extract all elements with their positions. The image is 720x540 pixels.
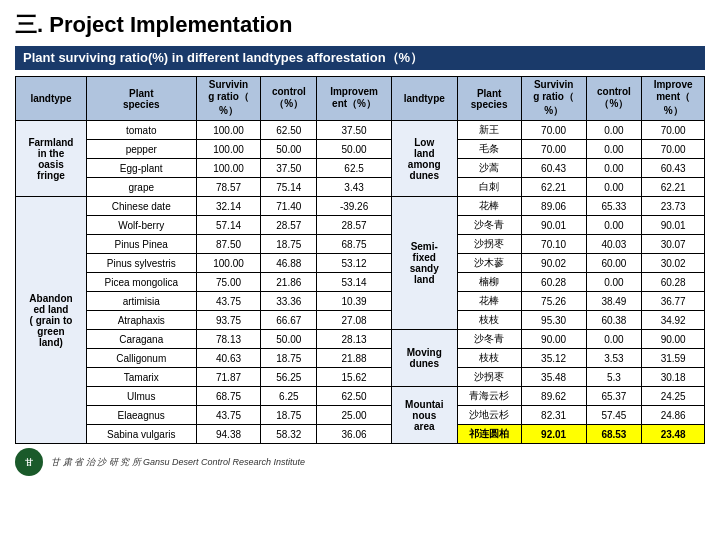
col-control-2: control（%） [586, 77, 642, 121]
landtype-semifixed: Semi-fixedsandyland [391, 197, 457, 330]
table-row: Abandoned land( grain togreenland) Chine… [16, 197, 705, 216]
col-plant-species-1: Plantspecies [86, 77, 196, 121]
subtitle: Plant surviving ratio(%) in different la… [15, 46, 705, 70]
page: 三. Project Implementation Plant survivin… [0, 0, 720, 486]
col-landtype-1: landtype [16, 77, 87, 121]
col-improve-2: Improvement（%） [642, 77, 705, 121]
table-row: Pinus Pinea 87.50 18.75 68.75 沙拐枣 70.10 … [16, 235, 705, 254]
table-row: Elaeagnus 43.75 18.75 25.00 沙地云杉 82.31 5… [16, 406, 705, 425]
col-survivin-2: Surviving ratio（%） [521, 77, 586, 121]
table-row: Calligonum 40.63 18.75 21.88 枝枝 35.12 3.… [16, 349, 705, 368]
col-improve-1: Improvement（%） [317, 77, 392, 121]
table-row: Ulmus 68.75 6.25 62.50 Mountainousarea 青… [16, 387, 705, 406]
table-row: Pinus sylvestris 100.00 46.88 53.12 沙木蓼 … [16, 254, 705, 273]
landtype-abandoned: Abandoned land( grain togreenland) [16, 197, 87, 444]
landtype-lowland: Lowlandamongdunes [391, 121, 457, 197]
landtype-moving-dunes: Movingdunes [391, 330, 457, 387]
page-title: 三. Project Implementation [15, 10, 705, 40]
table-row: Egg-plant 100.00 37.50 62.5 沙蒿 60.43 0.0… [16, 159, 705, 178]
table-row: Caragana 78.13 50.00 28.13 Movingdunes 沙… [16, 330, 705, 349]
table-row: Tamarix 71.87 56.25 15.62 沙拐枣 35.48 5.3 … [16, 368, 705, 387]
landtype-farmland: Farmlandin theoasisfringe [16, 121, 87, 197]
table-row: pepper 100.00 50.00 50.00 毛条 70.00 0.00 … [16, 140, 705, 159]
logo-area: 甘 甘 肃 省 治 沙 研 究 所 Gansu Desert Control R… [15, 448, 305, 476]
col-landtype-2: landtype [391, 77, 457, 121]
table-row: Atraphaxis 93.75 66.67 27.08 枝枝 95.30 60… [16, 311, 705, 330]
table-row: Picea mongolica 75.00 21.86 53.14 楠柳 60.… [16, 273, 705, 292]
landtype-mountainous: Mountainousarea [391, 387, 457, 444]
table-row: Farmlandin theoasisfringe tomato 100.00 … [16, 121, 705, 140]
table-row: grape 78.57 75.14 3.43 白刺 62.21 0.00 62.… [16, 178, 705, 197]
main-table: landtype Plantspecies Surviving ratio（%）… [15, 76, 705, 444]
table-row: Sabina vulgaris 94.38 58.32 36.06 祁连圆柏 9… [16, 425, 705, 444]
col-control-1: control（%） [261, 77, 317, 121]
footer: 甘 甘 肃 省 治 沙 研 究 所 Gansu Desert Control R… [15, 448, 705, 476]
table-row: Wolf-berry 57.14 28.57 28.57 沙冬青 90.01 0… [16, 216, 705, 235]
institute-logo: 甘 [15, 448, 43, 476]
table-row: artimisia 43.75 33.36 10.39 花棒 75.26 38.… [16, 292, 705, 311]
col-plant-species-2: Plantspecies [457, 77, 521, 121]
footer-text: 甘 肃 省 治 沙 研 究 所 Gansu Desert Control Res… [51, 456, 305, 469]
col-survivin-1: Surviving ratio（%） [196, 77, 261, 121]
